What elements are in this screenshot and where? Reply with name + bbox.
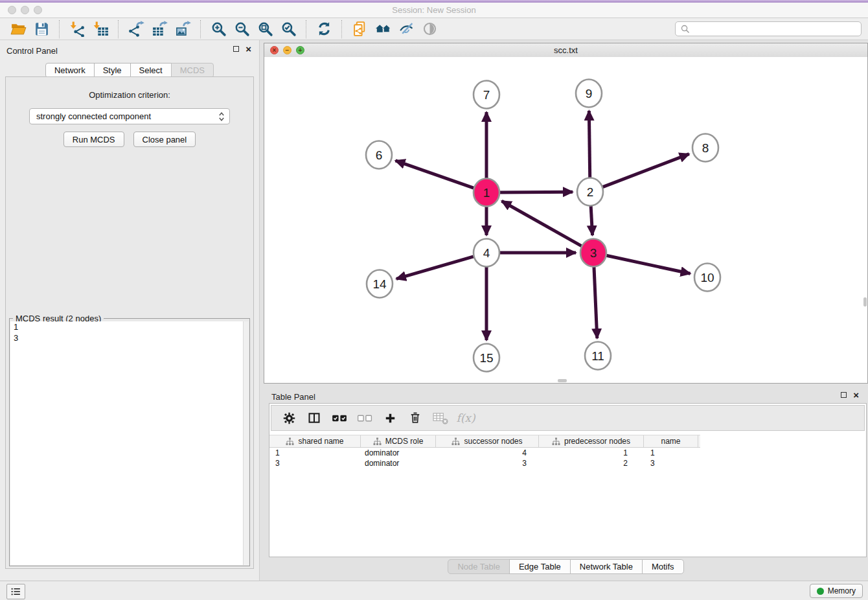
network-horizontal-scrollbar-thumb[interactable]: [558, 379, 567, 382]
network-window-titlebar[interactable]: × − + scc.txt: [264, 43, 867, 58]
column-header-successor-nodes[interactable]: successor nodes: [436, 435, 539, 447]
mcds-panel: Optimization criterion: strongly connect…: [5, 76, 254, 569]
hierarchy-icon: [552, 437, 560, 446]
hierarchy-icon: [451, 437, 460, 446]
plus-icon: [384, 412, 396, 424]
tab-motifs[interactable]: Motifs: [642, 559, 684, 574]
delete-column-button[interactable]: [404, 408, 426, 428]
export-table-button[interactable]: [148, 19, 171, 39]
table-row[interactable]: 3dominator323: [269, 458, 866, 468]
table-toolbar: f(x): [271, 405, 865, 431]
export-image-button[interactable]: [171, 19, 194, 39]
graph-edge-3-10[interactable]: [605, 255, 691, 274]
graph-edge-3-1[interactable]: [502, 201, 584, 247]
create-column-button[interactable]: [379, 408, 401, 428]
tab-style[interactable]: Style: [94, 63, 131, 78]
float-panel-icon[interactable]: [233, 46, 239, 52]
network-view-window: × − + scc.txt 12346789101114: [264, 43, 868, 384]
fx-icon: f(x): [456, 411, 475, 424]
table-cell[interactable]: 4: [436, 448, 539, 457]
graph-node-label-14: 14: [372, 277, 387, 291]
zoom-in-button[interactable]: [207, 19, 230, 39]
zoom-fit-button[interactable]: [253, 19, 277, 39]
search-input[interactable]: [693, 24, 856, 34]
tab-select[interactable]: Select: [130, 63, 172, 78]
zoom-selected-button[interactable]: [277, 19, 300, 39]
table-row[interactable]: 1dominator411: [269, 448, 866, 458]
memory-status-dot: [817, 588, 824, 595]
table-cell[interactable]: 3: [436, 459, 539, 468]
close-panel-button[interactable]: Close panel: [133, 132, 196, 147]
import-table-button[interactable]: [89, 19, 112, 39]
table-cell[interactable]: 3: [269, 459, 361, 468]
result-scrollbar[interactable]: [243, 321, 249, 565]
tab-network-table[interactable]: Network Table: [570, 559, 643, 574]
apply-layout-button[interactable]: [312, 19, 336, 39]
zoom-selected-icon: [280, 21, 297, 37]
close-table-panel-icon[interactable]: ×: [853, 392, 859, 398]
show-column-panel-button[interactable]: [303, 408, 325, 428]
column-header-shared-name[interactable]: shared name: [269, 435, 361, 447]
graph-edge-2-3[interactable]: [591, 203, 593, 235]
graph-edge-1-2[interactable]: [498, 192, 573, 192]
deselect-all-columns-button[interactable]: [354, 408, 376, 428]
graph-node-label-3: 3: [590, 246, 597, 260]
table-cell[interactable]: 1: [539, 448, 644, 457]
tab-node-table[interactable]: Node Table: [448, 559, 510, 574]
graph-edge-3-11[interactable]: [594, 264, 597, 338]
delete-table-button: [429, 408, 451, 428]
mcds-result-list[interactable]: 13: [10, 321, 249, 565]
column-header-predecessor-nodes[interactable]: predecessor nodes: [539, 435, 644, 447]
criterion-select[interactable]: strongly connected component: [29, 108, 230, 124]
tab-network[interactable]: Network: [45, 63, 95, 78]
node-table: f(x) shared nameMCDS rolesuccessor nodes…: [269, 403, 867, 557]
tab-edge-table[interactable]: Edge Table: [509, 559, 571, 574]
run-mcds-button[interactable]: Run MCDS: [63, 132, 124, 147]
table-cell[interactable]: dominator: [361, 448, 436, 457]
table-cell[interactable]: 2: [539, 459, 644, 468]
close-panel-icon[interactable]: ×: [246, 46, 251, 52]
zoom-out-button[interactable]: [230, 19, 253, 39]
table-cell[interactable]: 3: [644, 459, 698, 468]
graph-node-label-8: 8: [702, 141, 709, 155]
home-button[interactable]: [371, 19, 394, 39]
import-network-button[interactable]: [65, 19, 89, 39]
search-icon: [681, 25, 689, 33]
graph-edge-4-14[interactable]: [396, 256, 475, 279]
graph-edge-2-9[interactable]: [589, 111, 589, 180]
network-canvas[interactable]: 1234678910111415: [264, 57, 867, 383]
export-network-button[interactable]: [124, 19, 148, 39]
tab-mcds[interactable]: MCDS: [171, 63, 214, 78]
column-header-mcds-role[interactable]: MCDS role: [361, 435, 436, 447]
search-field[interactable]: [675, 21, 862, 36]
clone-network-button[interactable]: [348, 19, 371, 39]
graph-edge-1-6[interactable]: [395, 161, 475, 189]
table-cell[interactable]: 1: [269, 448, 361, 457]
float-table-panel-icon[interactable]: [841, 392, 847, 398]
graph-edge-2-8[interactable]: [601, 154, 689, 188]
toolbar-separator: [59, 20, 60, 38]
table-settings-button[interactable]: [278, 408, 300, 428]
save-session-button[interactable]: [30, 19, 53, 39]
network-vertical-scrollbar-thumb[interactable]: [863, 297, 867, 306]
column-header-name[interactable]: name: [644, 435, 698, 447]
columns-icon: [308, 411, 321, 424]
application-window: Session: New Session: [0, 0, 868, 600]
zoom-in-icon: [211, 21, 227, 37]
eye-slash-icon: [398, 21, 415, 37]
hide-graphics-details-button[interactable]: [394, 19, 418, 39]
list-icon: [10, 587, 21, 596]
select-all-columns-button[interactable]: [328, 408, 350, 428]
criterion-value: strongly connected component: [36, 111, 218, 121]
table-cell[interactable]: dominator: [361, 459, 436, 468]
export-image-icon: [175, 21, 191, 37]
table-cell[interactable]: 1: [644, 448, 698, 457]
show-graphics-details-button[interactable]: [418, 19, 441, 39]
panel-menu-button[interactable]: [6, 584, 25, 599]
window-title: Session: New Session: [0, 3, 868, 17]
network-window-title: scc.txt: [264, 43, 867, 57]
main-area: Control Panel × NetworkStyleSelectMCDS O…: [0, 40, 868, 581]
open-session-button[interactable]: [6, 19, 30, 39]
memory-button[interactable]: Memory: [810, 584, 863, 598]
checked-boxes-icon: [332, 413, 348, 424]
